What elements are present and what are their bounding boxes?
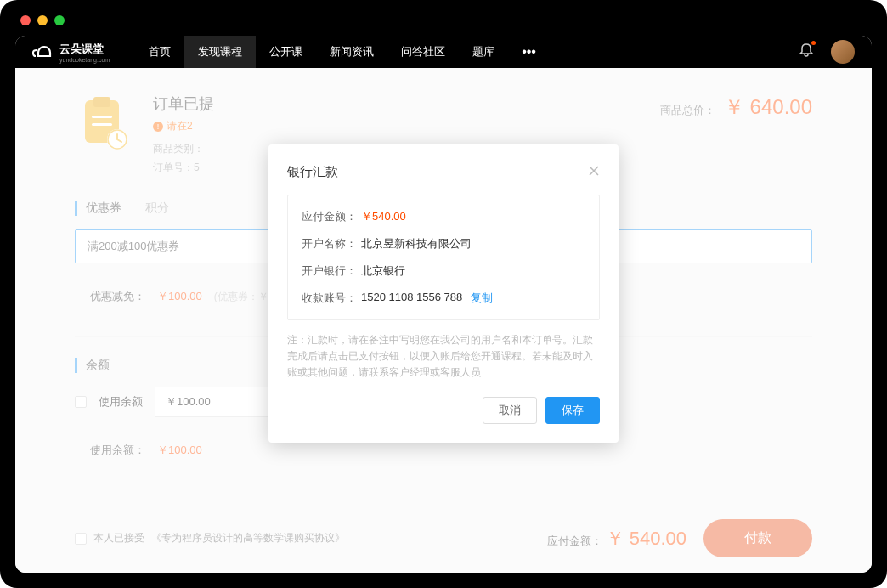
copy-account-button[interactable]: 复制	[471, 291, 493, 306]
notification-dot	[811, 41, 816, 45]
close-window[interactable]	[20, 15, 31, 25]
nav-home[interactable]: 首页	[135, 36, 184, 68]
modal-bank-value: 北京银行	[361, 263, 405, 279]
modal-cancel-button[interactable]: 取消	[483, 397, 537, 424]
main-nav: 首页 发现课程 公开课 新闻资讯 问答社区 题库 •••	[135, 36, 550, 68]
modal-account-no-value: 1520 1108 1556 788	[361, 291, 462, 306]
notifications-button[interactable]	[799, 42, 814, 61]
modal-title: 银行汇款	[287, 164, 338, 180]
modal-amount-value: ￥540.00	[361, 209, 406, 224]
modal-amount-label: 应付金额：	[302, 209, 361, 224]
nav-public-courses[interactable]: 公开课	[256, 36, 316, 68]
window-controls	[20, 15, 65, 25]
nav-news[interactable]: 新闻资讯	[316, 36, 387, 68]
modal-account-name-label: 开户名称：	[302, 236, 361, 252]
close-icon	[588, 165, 600, 177]
minimize-window[interactable]	[37, 15, 48, 25]
header-bar: 云朵课堂 yunduoketang.com 首页 发现课程 公开课 新闻资讯 问…	[15, 36, 872, 68]
nav-question-bank[interactable]: 题库	[459, 36, 508, 68]
logo-subtitle: yunduoketang.com	[59, 57, 110, 63]
nav-qa[interactable]: 问答社区	[387, 36, 459, 68]
logo[interactable]: 云朵课堂 yunduoketang.com	[32, 42, 110, 63]
bank-transfer-modal: 银行汇款 应付金额： ￥540.00 开户名称： 北京昱新科技有限公司	[268, 144, 619, 443]
nav-discover[interactable]: 发现课程	[184, 36, 256, 68]
modal-account-no-label: 收款账号：	[302, 291, 361, 306]
user-avatar[interactable]	[831, 40, 855, 64]
logo-cloud-icon	[32, 42, 54, 61]
modal-note: 注：汇款时，请在备注中写明您在我公司的用户名和本订单号。汇款完成后请点击已支付按…	[287, 332, 600, 382]
modal-bank-label: 开户银行：	[302, 263, 361, 279]
maximize-window[interactable]	[54, 15, 65, 25]
logo-text: 云朵课堂	[59, 42, 110, 57]
modal-save-button[interactable]: 保存	[545, 397, 600, 424]
modal-close-button[interactable]	[588, 163, 600, 181]
nav-more[interactable]: •••	[508, 36, 550, 68]
modal-account-name-value: 北京昱新科技有限公司	[361, 236, 472, 252]
